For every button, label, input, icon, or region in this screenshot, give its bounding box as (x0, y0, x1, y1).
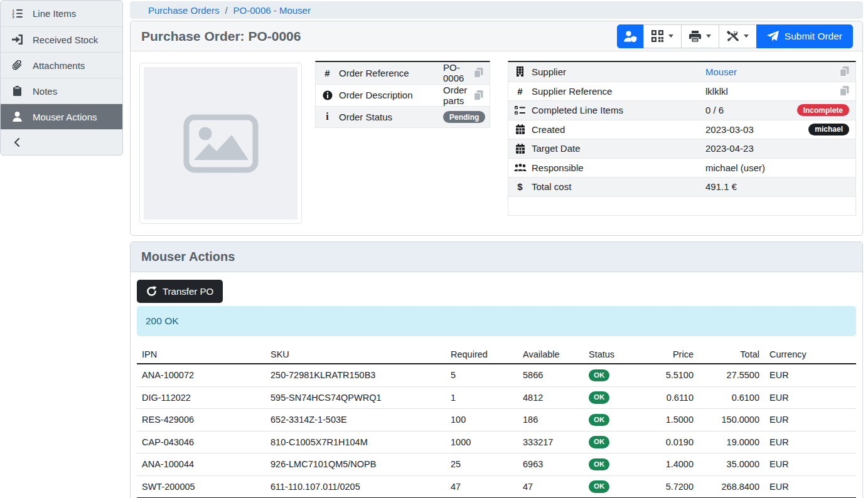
picture-icon (183, 114, 259, 173)
mouser-actions-panel: Mouser Actions Transfer PO 200 OK IPN SK… (130, 241, 863, 498)
breadcrumb-link-purchase-orders[interactable]: Purchase Orders (148, 5, 219, 16)
cell-ipn: RES-429006 (137, 409, 265, 432)
order-image-card[interactable] (139, 63, 302, 224)
detail-row-supplier-reference: # Supplier Reference lklklkl (508, 82, 855, 101)
caret-down-icon (668, 34, 673, 38)
column-header-status: Status (584, 346, 631, 364)
cell-required: 25 (446, 453, 518, 476)
paper-plane-icon (767, 31, 779, 41)
page-title: Purchase Order: PO-0006 (141, 29, 301, 44)
user-shield-icon (623, 31, 637, 42)
detail-row-supplier: Supplier Mouser (508, 62, 855, 82)
cell-status: OK (584, 409, 631, 432)
cell-required: 100 (446, 409, 518, 432)
cell-currency: EUR (764, 409, 856, 432)
sidebar-item-received-stock[interactable]: Received Stock (1, 26, 122, 52)
detail-label: Responsible (532, 162, 705, 173)
list-check-icon (508, 106, 532, 115)
cell-currency: EUR (764, 364, 856, 386)
detail-label: Supplier (532, 66, 705, 77)
cell-ipn: SWT-200005 (137, 475, 265, 498)
sidebar-item-label: Mouser Actions (33, 112, 97, 122)
mouser-actions-body: Transfer PO 200 OK IPN SKU Required Avai… (131, 272, 862, 498)
table-row: DIG-112022 595-SN74HCS74QPWRQ1 1 4812 OK… (137, 386, 856, 409)
cell-price: 1.5000 (631, 409, 699, 432)
cell-available: 47 (518, 475, 584, 498)
user-shield-button[interactable] (617, 24, 644, 48)
submit-order-label: Submit Order (785, 31, 842, 42)
cell-status: OK (584, 364, 631, 386)
mouser-actions-title: Mouser Actions (141, 250, 235, 264)
ok-badge: OK (589, 391, 609, 404)
caret-down-icon (744, 34, 749, 38)
table-row: SWT-200005 611-110.107.011/0205 47 47 OK… (137, 475, 856, 498)
cell-currency: EUR (764, 475, 856, 498)
line-items-table: IPN SKU Required Available Status Price … (137, 346, 856, 498)
table-row: ANA-100072 250-72981KLRATR150B3 5 5866 O… (137, 364, 856, 386)
copy-icon[interactable] (840, 66, 849, 77)
column-header-available: Available (518, 346, 584, 364)
cell-available: 4812 (518, 386, 584, 409)
detail-value: 2023-04-23 (705, 143, 849, 154)
printer-icon (689, 31, 701, 42)
rotate-right-icon (146, 286, 157, 297)
detail-label: Completed Line Items (532, 105, 705, 115)
copy-icon[interactable] (840, 86, 849, 96)
mouser-actions-header: Mouser Actions (131, 242, 862, 272)
detail-value: lklklkl (705, 86, 840, 97)
supplier-link[interactable]: Mouser (705, 66, 840, 77)
ok-badge: OK (589, 414, 609, 426)
cell-status: OK (584, 475, 631, 498)
barcode-actions-button[interactable] (643, 24, 682, 48)
ok-badge: OK (589, 436, 609, 448)
sidebar-item-label: Attachments (33, 60, 85, 71)
hashtag-icon: # (508, 86, 532, 97)
list-ol-icon: 123 (9, 9, 24, 18)
alert-text: 200 OK (146, 315, 179, 327)
calendar-icon (508, 144, 532, 154)
cell-ipn: CAP-043046 (137, 431, 265, 453)
sidebar-item-attachments[interactable]: Attachments (1, 52, 122, 78)
breadcrumb-separator: / (225, 5, 227, 16)
qrcode-icon (651, 30, 663, 42)
submit-order-button[interactable]: Submit Order (756, 24, 853, 48)
cell-sku: 810-C1005X7R1H104M (265, 431, 446, 453)
detail-row-total-cost: $ Total cost 491.1 € (508, 177, 855, 196)
transfer-po-label: Transfer PO (163, 286, 213, 297)
purchase-order-panel: Purchase Order: PO-0006 (130, 21, 863, 236)
cell-sku: 595-SN74HCS74QPWRQ1 (265, 386, 446, 409)
print-actions-button[interactable] (681, 24, 719, 48)
sidebar-collapse-button[interactable] (1, 129, 122, 155)
breadcrumb-link-current[interactable]: PO-0006 - Mouser (233, 5, 311, 16)
sidebar-item-line-items[interactable]: 123 Line Items (1, 1, 122, 26)
detail-label: Created (532, 124, 705, 135)
dollar-icon: $ (508, 181, 532, 192)
column-header-total: Total (699, 346, 764, 364)
sidebar-item-label: Received Stock (33, 34, 98, 45)
detail-label: Supplier Reference (532, 86, 705, 97)
cell-sku: 926-LMC7101QM5/NOPB (265, 453, 446, 476)
copy-icon[interactable] (474, 90, 483, 100)
transfer-po-button[interactable]: Transfer PO (137, 280, 223, 303)
sidebar-item-mouser-actions[interactable]: Mouser Actions (1, 103, 122, 129)
detail-row-order-status: i Order Status Pending (316, 106, 490, 128)
cell-total: 268.8400 (699, 475, 764, 498)
sidebar-item-notes[interactable]: Notes (1, 78, 122, 103)
detail-row-target-date: Target Date 2023-04-23 (508, 139, 855, 158)
table-row: RES-429006 652-3314Z-1-503E 100 186 OK 1… (137, 409, 856, 432)
cell-available: 5866 (518, 364, 584, 386)
tools-icon (727, 30, 739, 42)
detail-label: Target Date (532, 143, 705, 154)
user-icon (9, 112, 24, 122)
column-header-sku: SKU (265, 346, 446, 364)
cell-sku: 652-3314Z-1-503E (265, 409, 446, 432)
order-actions-button[interactable] (719, 24, 757, 48)
chevron-left-icon (9, 138, 24, 147)
sign-in-icon (9, 34, 24, 45)
table-row: CAP-043046 810-C1005X7R1H104M 1000 33321… (137, 431, 856, 453)
copy-icon[interactable] (474, 68, 483, 78)
building-icon (508, 66, 532, 77)
breadcrumb: Purchase Orders / PO-0006 - Mouser (130, 1, 863, 19)
ok-badge: OK (589, 369, 609, 382)
detail-row-created: Created 2023-03-03 michael (508, 120, 855, 139)
